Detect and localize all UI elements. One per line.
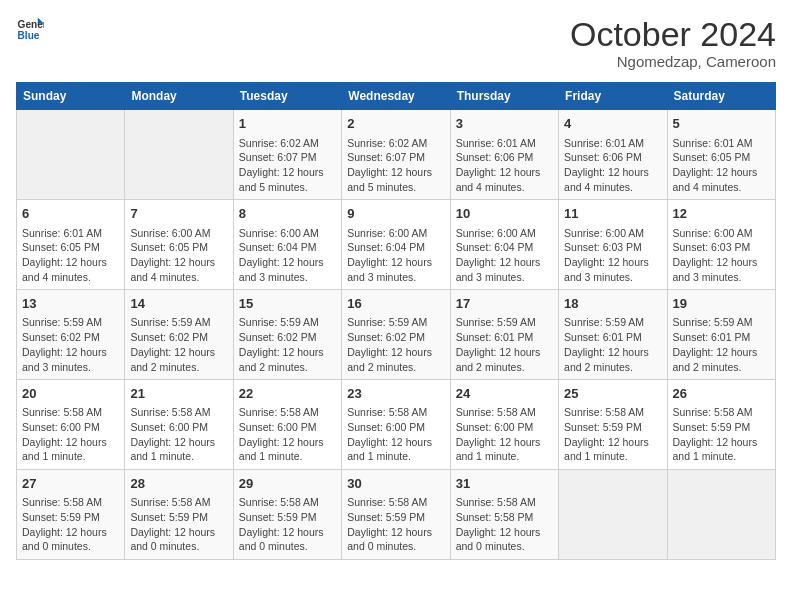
calendar-cell: 14Sunrise: 5:59 AM Sunset: 6:02 PM Dayli…: [125, 290, 233, 380]
header-row: Sunday Monday Tuesday Wednesday Thursday…: [17, 83, 776, 110]
day-detail: Sunrise: 5:58 AM Sunset: 5:59 PM Dayligh…: [673, 405, 770, 464]
calendar-cell: 11Sunrise: 6:00 AM Sunset: 6:03 PM Dayli…: [559, 200, 667, 290]
day-detail: Sunrise: 6:00 AM Sunset: 6:03 PM Dayligh…: [564, 226, 661, 285]
day-number: 13: [22, 295, 119, 313]
calendar-cell: 25Sunrise: 5:58 AM Sunset: 5:59 PM Dayli…: [559, 380, 667, 470]
day-detail: Sunrise: 5:58 AM Sunset: 5:59 PM Dayligh…: [347, 495, 444, 554]
calendar-cell: 8Sunrise: 6:00 AM Sunset: 6:04 PM Daylig…: [233, 200, 341, 290]
day-detail: Sunrise: 5:58 AM Sunset: 6:00 PM Dayligh…: [456, 405, 553, 464]
calendar-cell: [125, 110, 233, 200]
week-row-1: 6Sunrise: 6:01 AM Sunset: 6:05 PM Daylig…: [17, 200, 776, 290]
logo-icon: General Blue: [16, 16, 44, 44]
day-number: 26: [673, 385, 770, 403]
header-friday: Friday: [559, 83, 667, 110]
day-number: 16: [347, 295, 444, 313]
day-detail: Sunrise: 5:59 AM Sunset: 6:02 PM Dayligh…: [347, 315, 444, 374]
day-detail: Sunrise: 5:58 AM Sunset: 5:59 PM Dayligh…: [239, 495, 336, 554]
calendar-cell: 24Sunrise: 5:58 AM Sunset: 6:00 PM Dayli…: [450, 380, 558, 470]
calendar-cell: 20Sunrise: 5:58 AM Sunset: 6:00 PM Dayli…: [17, 380, 125, 470]
calendar-cell: 6Sunrise: 6:01 AM Sunset: 6:05 PM Daylig…: [17, 200, 125, 290]
day-number: 9: [347, 205, 444, 223]
day-number: 20: [22, 385, 119, 403]
day-number: 2: [347, 115, 444, 133]
calendar-cell: 31Sunrise: 5:58 AM Sunset: 5:58 PM Dayli…: [450, 470, 558, 560]
header-saturday: Saturday: [667, 83, 775, 110]
day-detail: Sunrise: 5:59 AM Sunset: 6:01 PM Dayligh…: [564, 315, 661, 374]
day-number: 22: [239, 385, 336, 403]
day-number: 1: [239, 115, 336, 133]
calendar-cell: 15Sunrise: 5:59 AM Sunset: 6:02 PM Dayli…: [233, 290, 341, 380]
week-row-4: 27Sunrise: 5:58 AM Sunset: 5:59 PM Dayli…: [17, 470, 776, 560]
day-detail: Sunrise: 5:59 AM Sunset: 6:02 PM Dayligh…: [239, 315, 336, 374]
day-number: 21: [130, 385, 227, 403]
day-number: 19: [673, 295, 770, 313]
calendar-cell: 13Sunrise: 5:59 AM Sunset: 6:02 PM Dayli…: [17, 290, 125, 380]
calendar-cell: 12Sunrise: 6:00 AM Sunset: 6:03 PM Dayli…: [667, 200, 775, 290]
day-detail: Sunrise: 5:58 AM Sunset: 5:59 PM Dayligh…: [564, 405, 661, 464]
header-monday: Monday: [125, 83, 233, 110]
calendar-cell: 7Sunrise: 6:00 AM Sunset: 6:05 PM Daylig…: [125, 200, 233, 290]
calendar-cell: [17, 110, 125, 200]
day-detail: Sunrise: 6:01 AM Sunset: 6:06 PM Dayligh…: [564, 136, 661, 195]
calendar-cell: 9Sunrise: 6:00 AM Sunset: 6:04 PM Daylig…: [342, 200, 450, 290]
svg-text:Blue: Blue: [18, 30, 40, 41]
calendar-cell: 16Sunrise: 5:59 AM Sunset: 6:02 PM Dayli…: [342, 290, 450, 380]
day-detail: Sunrise: 5:58 AM Sunset: 6:00 PM Dayligh…: [239, 405, 336, 464]
day-number: 14: [130, 295, 227, 313]
day-number: 17: [456, 295, 553, 313]
day-detail: Sunrise: 6:02 AM Sunset: 6:07 PM Dayligh…: [239, 136, 336, 195]
day-number: 4: [564, 115, 661, 133]
week-row-0: 1Sunrise: 6:02 AM Sunset: 6:07 PM Daylig…: [17, 110, 776, 200]
day-number: 7: [130, 205, 227, 223]
day-detail: Sunrise: 5:58 AM Sunset: 5:58 PM Dayligh…: [456, 495, 553, 554]
calendar-table: Sunday Monday Tuesday Wednesday Thursday…: [16, 82, 776, 560]
header-tuesday: Tuesday: [233, 83, 341, 110]
header-sunday: Sunday: [17, 83, 125, 110]
page-header: General Blue General Blue October 2024 N…: [16, 16, 776, 70]
day-number: 25: [564, 385, 661, 403]
calendar-cell: [667, 470, 775, 560]
day-number: 27: [22, 475, 119, 493]
day-number: 23: [347, 385, 444, 403]
calendar-cell: 29Sunrise: 5:58 AM Sunset: 5:59 PM Dayli…: [233, 470, 341, 560]
day-detail: Sunrise: 6:01 AM Sunset: 6:06 PM Dayligh…: [456, 136, 553, 195]
day-number: 24: [456, 385, 553, 403]
day-number: 18: [564, 295, 661, 313]
day-number: 29: [239, 475, 336, 493]
calendar-cell: 4Sunrise: 6:01 AM Sunset: 6:06 PM Daylig…: [559, 110, 667, 200]
day-detail: Sunrise: 6:00 AM Sunset: 6:03 PM Dayligh…: [673, 226, 770, 285]
day-detail: Sunrise: 5:58 AM Sunset: 6:00 PM Dayligh…: [130, 405, 227, 464]
day-number: 6: [22, 205, 119, 223]
calendar-cell: 3Sunrise: 6:01 AM Sunset: 6:06 PM Daylig…: [450, 110, 558, 200]
day-number: 3: [456, 115, 553, 133]
title-block: October 2024 Ngomedzap, Cameroon: [570, 16, 776, 70]
week-row-2: 13Sunrise: 5:59 AM Sunset: 6:02 PM Dayli…: [17, 290, 776, 380]
day-detail: Sunrise: 6:00 AM Sunset: 6:04 PM Dayligh…: [456, 226, 553, 285]
day-detail: Sunrise: 6:00 AM Sunset: 6:05 PM Dayligh…: [130, 226, 227, 285]
calendar-cell: 19Sunrise: 5:59 AM Sunset: 6:01 PM Dayli…: [667, 290, 775, 380]
day-number: 28: [130, 475, 227, 493]
calendar-cell: 30Sunrise: 5:58 AM Sunset: 5:59 PM Dayli…: [342, 470, 450, 560]
calendar-cell: 1Sunrise: 6:02 AM Sunset: 6:07 PM Daylig…: [233, 110, 341, 200]
day-number: 5: [673, 115, 770, 133]
calendar-cell: 26Sunrise: 5:58 AM Sunset: 5:59 PM Dayli…: [667, 380, 775, 470]
calendar-cell: 27Sunrise: 5:58 AM Sunset: 5:59 PM Dayli…: [17, 470, 125, 560]
calendar-cell: 28Sunrise: 5:58 AM Sunset: 5:59 PM Dayli…: [125, 470, 233, 560]
day-detail: Sunrise: 6:00 AM Sunset: 6:04 PM Dayligh…: [347, 226, 444, 285]
day-detail: Sunrise: 5:59 AM Sunset: 6:02 PM Dayligh…: [130, 315, 227, 374]
day-detail: Sunrise: 5:58 AM Sunset: 5:59 PM Dayligh…: [22, 495, 119, 554]
calendar-cell: [559, 470, 667, 560]
day-number: 8: [239, 205, 336, 223]
day-detail: Sunrise: 5:59 AM Sunset: 6:02 PM Dayligh…: [22, 315, 119, 374]
calendar-cell: 18Sunrise: 5:59 AM Sunset: 6:01 PM Dayli…: [559, 290, 667, 380]
calendar-cell: 10Sunrise: 6:00 AM Sunset: 6:04 PM Dayli…: [450, 200, 558, 290]
calendar-cell: 2Sunrise: 6:02 AM Sunset: 6:07 PM Daylig…: [342, 110, 450, 200]
week-row-3: 20Sunrise: 5:58 AM Sunset: 6:00 PM Dayli…: [17, 380, 776, 470]
header-thursday: Thursday: [450, 83, 558, 110]
day-detail: Sunrise: 5:58 AM Sunset: 5:59 PM Dayligh…: [130, 495, 227, 554]
day-number: 12: [673, 205, 770, 223]
day-number: 31: [456, 475, 553, 493]
day-detail: Sunrise: 6:00 AM Sunset: 6:04 PM Dayligh…: [239, 226, 336, 285]
month-title: October 2024: [570, 16, 776, 53]
day-number: 15: [239, 295, 336, 313]
